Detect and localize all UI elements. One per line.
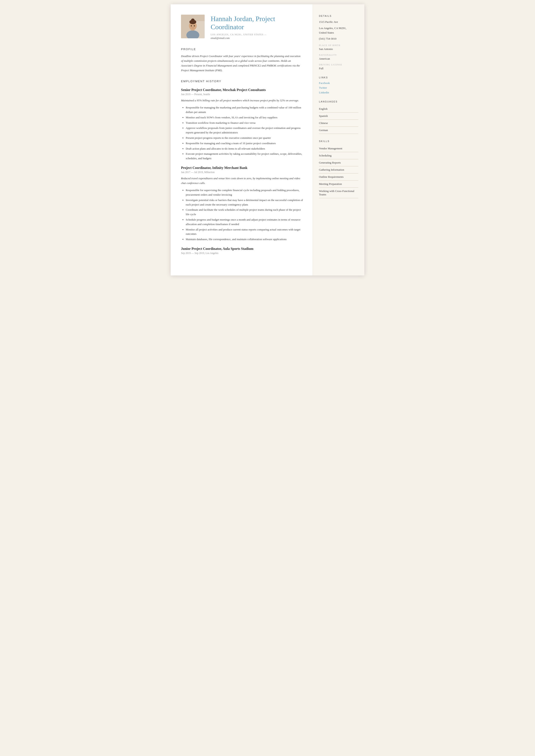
nationality-label: NATIONALITY — [319, 54, 358, 56]
job-1-meta: Jun 2019 — Present, Seattle — [181, 93, 303, 96]
job-2: Project Coordinator, Infinity Merchant B… — [181, 166, 303, 242]
link-linkedin[interactable]: Linkedin — [319, 91, 358, 94]
list-item: Coordinate and facilitate the work sched… — [186, 208, 303, 217]
list-item: Monitor all project activities and produ… — [186, 228, 303, 237]
job-1: Senior Project Coordinator, Meschak Proj… — [181, 88, 303, 161]
avatar — [181, 14, 205, 38]
list-item: Approve workflow proposals from junior c… — [186, 126, 303, 135]
job-2-title: Project Coordinator, Infinity Merchant B… — [181, 166, 303, 170]
job-1-bullets: Responsible for managing the marketing a… — [181, 105, 303, 161]
header-email: email@email.com — [211, 37, 275, 40]
links-title: LINKS — [319, 76, 358, 79]
candidate-name: Hannah Jordan, Project Coordinator — [211, 14, 275, 31]
list-item: Responsible for managing the marketing a… — [186, 105, 303, 115]
svg-point-9 — [194, 25, 195, 26]
details-title: DETAILS — [319, 14, 358, 17]
list-item: Responsible for managing and coaching a … — [186, 141, 303, 146]
job-2-meta: Jan 2017 — Jul 2019, Milnerton — [181, 171, 303, 174]
skill-meeting-preparation: Meeting Preparation — [319, 181, 358, 188]
list-item: Transition workflow from marketing to fi… — [186, 121, 303, 125]
header-text: Hannah Jordan, Project Coordinator LOS A… — [211, 14, 275, 40]
skill-gathering-information: Gathering Information — [319, 166, 358, 174]
employment-section: EMPLOYMENT HISTORY Senior Project Coordi… — [181, 80, 303, 255]
nationality-value: American — [319, 57, 358, 61]
list-item: Investigate potential risks or barriers … — [186, 198, 303, 207]
skill-scheduling: Scheduling — [319, 152, 358, 159]
place-of-birth-value: San Antonio — [319, 47, 358, 51]
job-1-summary: Maintained a 95% billing rate for all pr… — [181, 98, 303, 103]
job-3-title: Junior Project Coordinator, Aula Sports … — [181, 247, 303, 251]
job-2-bullets: Responsible for supervising the complete… — [181, 188, 303, 242]
languages-title: LANGUAGES — [319, 100, 358, 103]
address-line1: 1515 Pacific Ave — [319, 20, 358, 24]
driving-license-label: DRIVING LICENSE — [319, 64, 358, 66]
skills-title: SKILLS — [319, 140, 358, 142]
profile-title: PROFILE — [181, 47, 303, 51]
link-twitter[interactable]: Twitter — [319, 86, 358, 90]
skill-vendor-management: Vendor Management — [319, 145, 358, 152]
list-item: Monitor and track SOW's from vendors, SL… — [186, 115, 303, 120]
language-german: German — [319, 127, 358, 134]
language-english: English — [319, 105, 358, 113]
skill-outline-requirements: Outline Requirements — [319, 174, 358, 181]
job-1-title: Senior Project Coordinator, Meschak Proj… — [181, 88, 303, 92]
language-spanish: Spanish — [319, 113, 358, 120]
sidebar: DETAILS 1515 Pacific Ave Los Angeles, CA… — [313, 4, 364, 275]
profile-text: Deadline driven Project Coordinator with… — [181, 54, 303, 73]
header-section: Hannah Jordan, Project Coordinator LOS A… — [181, 14, 303, 40]
job-3-meta: Sep 2019 — Sep 2019, Los Angeles — [181, 252, 303, 255]
main-content: Hannah Jordan, Project Coordinator LOS A… — [171, 4, 313, 275]
list-item: Present project progress reports to the … — [186, 136, 303, 140]
place-of-birth-label: PLACE OF BIRTH — [319, 44, 358, 46]
link-facebook[interactable]: Facebook — [319, 81, 358, 85]
header-location: LOS ANGELES, CA 90291, UNITED STATES -- — [211, 33, 275, 36]
job-2-summary: Reduced travel expenditures and venue hi… — [181, 176, 303, 185]
resume-wrapper: Hannah Jordan, Project Coordinator LOS A… — [171, 4, 364, 275]
employment-title: EMPLOYMENT HISTORY — [181, 80, 303, 83]
driving-license-value: Full — [319, 67, 358, 70]
list-item: Execute project management activities by… — [186, 152, 303, 161]
list-item: Schedule progress and budget meetings on… — [186, 217, 303, 227]
job-3: Junior Project Coordinator, Aula Sports … — [181, 247, 303, 255]
address-line2: Los Angeles, CA 90291, United States — [319, 26, 358, 35]
language-chinese: Chinese — [319, 120, 358, 127]
profile-section: PROFILE Deadline driven Project Coordina… — [181, 47, 303, 73]
skill-generating-reports: Generating Reports — [319, 159, 358, 166]
list-item: Maintain databases, file correspondence,… — [186, 237, 303, 242]
svg-point-7 — [191, 18, 195, 22]
list-item: Draft action plans and allocates to-do i… — [186, 147, 303, 151]
list-item: Responsible for supervising the complete… — [186, 188, 303, 197]
skill-cross-functional-teams: Working with Cross-Functional Teams — [319, 188, 358, 198]
svg-point-8 — [191, 25, 192, 26]
phone: (541) 754-3010 — [319, 37, 358, 41]
